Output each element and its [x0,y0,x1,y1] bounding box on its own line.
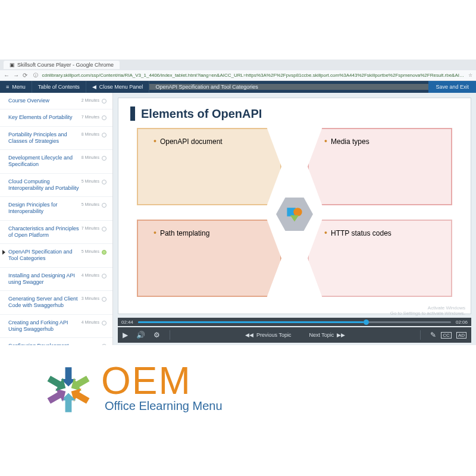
save-exit-button[interactable]: Save and Exit [428,81,476,93]
audio-description-icon[interactable]: AD [456,332,466,339]
progress-ring-icon [102,156,107,161]
box-path-templating: •Path templating [137,220,281,297]
toc-item-active[interactable]: OpenAPI Specification and Tool Categorie… [0,244,112,268]
toc-item[interactable]: Key Elements of Portability7 Minutes [0,109,112,126]
progress-ring-icon [102,227,107,231]
transcript-icon[interactable]: ✎ [430,331,436,339]
windows-activation-watermark: Activate Windows Go to Settings to activ… [390,305,465,317]
oem-brand: OEM [101,363,223,399]
toc-item-label: Cloud Computing Interoperability and Por… [8,178,82,192]
toc-item-duration: 7 Minutes [82,115,99,120]
svg-marker-2 [290,215,299,222]
toc-item-label: Creating and Forking API Using Swaggerhu… [8,320,82,333]
cc-icon[interactable]: CC [441,332,452,339]
toc-item-label: Configuring Development Environment in G… [8,343,82,345]
toc-item-label: Characteristics and Principles of Open P… [8,226,82,239]
progress-ring-icon [102,133,107,137]
back-icon[interactable]: ← [4,72,10,79]
menu-button[interactable]: ≡ Menu [0,81,32,93]
toc-item-duration: 8 Minutes [82,155,99,161]
toc-item-label: Installing and Designing API using Swagg… [8,273,82,286]
toc-item[interactable]: Development Lifecycle and Specification8… [0,150,112,174]
slide: Elements of OpenAPI •OpenAPI document •M… [118,98,471,314]
prev-topic-button[interactable]: ◀◀Previous Topic [245,332,291,338]
box-openapi-document: •OpenAPI document [137,128,281,205]
play-icon[interactable]: ▶ [123,331,128,339]
chevron-left-icon: ◀ [92,84,96,90]
settings-icon[interactable]: ⚙ [154,331,160,339]
toc-item[interactable]: Course Overview2 Minutes [0,93,112,109]
toc-item[interactable]: Cloud Computing Interoperability and Por… [0,174,112,198]
player-controls: ▶ 🔊 ⚙ ◀◀Previous Topic Next Topic▶▶ ✎ CC… [118,327,471,343]
box-label: OpenAPI document [160,137,223,146]
timeline-track[interactable] [138,321,451,323]
toc-item-duration: 5 Minutes [82,202,99,208]
volume-icon[interactable]: 🔊 [136,331,145,339]
toc-item-label: Development Lifecycle and Specification [8,155,82,168]
main-panel: Course Overview2 Minutes Key Elements of… [0,93,476,345]
slide-diagram: •OpenAPI document •Media types •Path tem… [130,128,459,300]
forward-icon: ▶▶ [337,332,345,338]
toc-item-duration: 4 Minutes [82,320,99,325]
divider [170,330,170,340]
save-exit-label: Save and Exit [436,84,469,90]
toc-item[interactable]: Configuring Development Environment in G… [0,338,112,345]
toc-item-duration: 8 Minutes [82,132,99,137]
toc-item-label: Generating Server and Client Code with S… [8,296,82,309]
time-current: 02:44 [121,320,133,325]
toc-heading: Table of Contents [32,81,86,93]
prev-topic-label: Previous Topic [256,332,291,338]
topic-title-bar: OpenAPI Specification and Tool Categorie… [149,84,428,90]
browser-window: ▣ Skillsoft Course Player - Google Chrom… [0,60,476,345]
toc-item[interactable]: Generating Server and Client Code with S… [0,291,112,315]
toc-item[interactable]: Design Principles for Interoperability5 … [0,197,112,221]
tab-title: Skillsoft Course Player - Google Chrome [17,62,114,68]
browser-tab[interactable]: ▣ Skillsoft Course Player - Google Chrom… [4,61,120,69]
svg-point-1 [293,208,302,216]
url-field[interactable]: cdnlibrary.skillport.com/ssp/Content/ria… [42,73,465,78]
video-timeline[interactable]: 02:44 02:06 [118,318,471,326]
slide-title: Elements of OpenAPI [141,107,262,121]
forward-icon[interactable]: → [13,72,19,79]
center-hexagon-icon [276,198,313,231]
reload-icon[interactable]: ⟳ [23,72,27,79]
watermark-line: Activate Windows [390,305,465,311]
progress-ring-icon [102,203,107,208]
title-accent [130,107,135,121]
toc-item[interactable]: Characteristics and Principles of Open P… [0,221,112,245]
toc-item[interactable]: Creating and Forking API Using Swaggerhu… [0,315,112,339]
toc-item[interactable]: Portability Principles and Classes of St… [0,127,112,151]
box-label: Path templating [160,229,209,237]
star-icon[interactable]: ☆ [468,73,472,78]
progress-ring-icon [102,99,107,104]
rewind-icon: ◀◀ [245,332,253,338]
close-panel-label: Close Menu Panel [99,84,143,90]
progress-ring-icon [102,297,107,302]
table-of-contents[interactable]: Course Overview2 Minutes Key Elements of… [0,93,113,345]
content-area: Elements of OpenAPI •OpenAPI document •M… [113,93,476,345]
progress-ring-icon [102,321,107,325]
oem-arrows-icon [42,363,95,416]
info-icon[interactable]: ⓘ [33,72,38,79]
hamburger-icon: ≡ [6,84,9,90]
oem-tagline: Office Elearning Menu [101,399,223,413]
toc-item-duration: 5 Minutes [82,249,99,255]
toc-item-label: Course Overview [8,98,82,104]
topic-title: OpenAPI Specification and Tool Categorie… [155,84,258,90]
close-panel-button[interactable]: ◀ Close Menu Panel [86,81,150,93]
timeline-thumb[interactable] [364,320,369,325]
toc-item[interactable]: Installing and Designing API using Swagg… [0,268,112,292]
chrome-tab-strip: ▣ Skillsoft Course Player - Google Chrom… [0,60,476,70]
progress-ring-icon [102,115,107,120]
toc-item-label: Portability Principles and Classes of St… [8,131,82,145]
toc-item-duration: 7 Minutes [82,226,99,231]
progress-ring-icon [102,250,107,255]
toc-item-duration: 5 Minutes [82,179,99,184]
toc-item-label: OpenAPI Specification and Tool Categorie… [8,249,82,262]
progress-ring-icon [102,180,107,184]
time-total: 02:06 [456,320,468,325]
next-topic-button[interactable]: Next Topic▶▶ [309,332,345,338]
toc-label: Table of Contents [38,84,80,90]
toc-item-duration: 4 Minutes [82,273,99,278]
divider [420,330,421,340]
